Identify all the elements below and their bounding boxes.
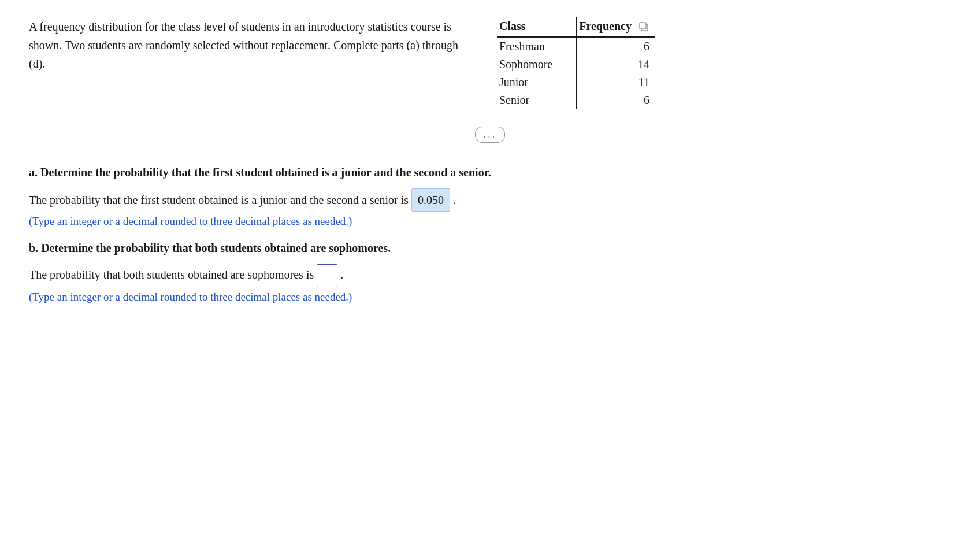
part-b-label: b. Determine the probability that both s…	[29, 242, 951, 255]
divider-row: ...	[29, 127, 951, 143]
class-cell: Sophomore	[497, 55, 576, 73]
col-frequency-header: Frequency	[576, 17, 655, 37]
ellipsis-button[interactable]: ...	[475, 127, 505, 143]
part-a-suffix: .	[453, 194, 456, 206]
part-b-answer-line: The probability that both students obtai…	[29, 264, 951, 287]
problem-description: A frequency distribution for the class l…	[29, 17, 462, 73]
frequency-cell: 11	[576, 73, 655, 91]
table-row: Senior6	[497, 91, 655, 109]
class-cell: Senior	[497, 91, 576, 109]
part-b-suffix: .	[340, 268, 343, 281]
copy-icon[interactable]	[639, 22, 649, 32]
top-section: A frequency distribution for the class l…	[29, 17, 951, 109]
part-b-question: Determine the probability that both stud…	[41, 242, 391, 254]
part-a-answer-line: The probability that the first student o…	[29, 188, 951, 212]
part-a-hint: (Type an integer or a decimal rounded to…	[29, 215, 951, 228]
frequency-header-text: Frequency	[579, 20, 632, 32]
svg-rect-1	[640, 23, 646, 29]
frequency-table: Class Frequency Freshman6Sophomore14Juni…	[497, 17, 655, 109]
answers-section: a. Determine the probability that the fi…	[29, 160, 951, 323]
description-text: A frequency distribution for the class l…	[29, 20, 458, 70]
table-row: Sophomore14	[497, 55, 655, 73]
class-cell: Junior	[497, 73, 576, 91]
frequency-cell: 6	[576, 91, 655, 109]
part-b-prefix: The probability that both students obtai…	[29, 268, 314, 281]
part-a-prefix: The probability that the first student o…	[29, 194, 409, 206]
frequency-table-container: Class Frequency Freshman6Sophomore14Juni…	[497, 17, 951, 109]
part-b-hint: (Type an integer or a decimal rounded to…	[29, 291, 951, 303]
part-a-question: Determine the probability that the first…	[40, 166, 491, 179]
part-a-answer-box[interactable]: 0.050	[411, 188, 450, 212]
table-row: Freshman6	[497, 37, 655, 55]
frequency-cell: 6	[576, 37, 655, 55]
part-b-input[interactable]	[317, 264, 337, 287]
col-class-header: Class	[497, 17, 576, 37]
part-a-label: a. Determine the probability that the fi…	[29, 166, 951, 179]
class-cell: Freshman	[497, 37, 576, 55]
table-row: Junior11	[497, 73, 655, 91]
frequency-cell: 14	[576, 55, 655, 73]
